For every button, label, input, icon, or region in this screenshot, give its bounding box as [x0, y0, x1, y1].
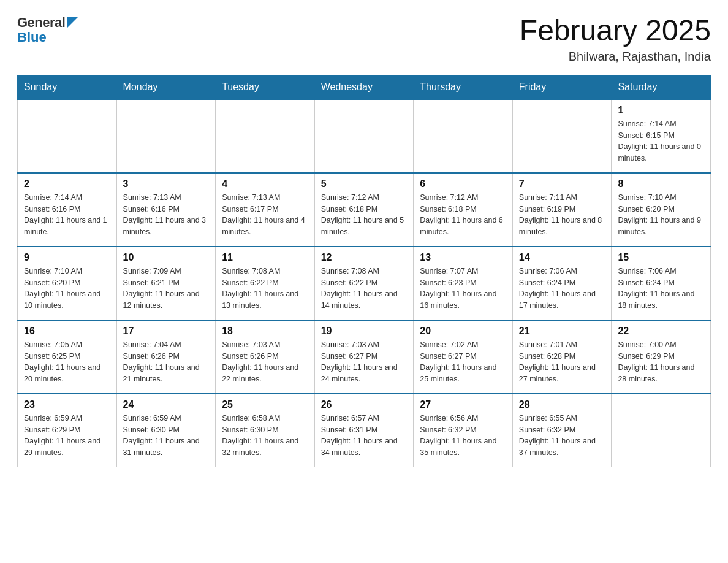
day-number: 13: [420, 252, 506, 263]
day-number: 22: [618, 326, 704, 337]
day-info: Sunrise: 7:06 AMSunset: 6:24 PMDaylight:…: [618, 266, 704, 312]
calendar-cell: 27Sunrise: 6:56 AMSunset: 6:32 PMDayligh…: [414, 394, 513, 467]
calendar-cell: 6Sunrise: 7:12 AMSunset: 6:18 PMDaylight…: [414, 173, 513, 247]
header-monday: Monday: [116, 75, 216, 99]
day-number: 26: [321, 399, 408, 410]
calendar-cell: [512, 99, 612, 173]
logo: General Blue: [17, 15, 78, 45]
day-number: 7: [519, 178, 605, 190]
calendar-cell: 16Sunrise: 7:05 AMSunset: 6:25 PMDayligh…: [18, 320, 117, 394]
day-info: Sunrise: 7:13 AMSunset: 6:17 PMDaylight:…: [222, 192, 308, 238]
day-number: 16: [24, 326, 110, 337]
day-info: Sunrise: 7:08 AMSunset: 6:22 PMDaylight:…: [222, 266, 308, 312]
calendar-cell: 19Sunrise: 7:03 AMSunset: 6:27 PMDayligh…: [314, 320, 414, 394]
day-number: 24: [123, 399, 210, 410]
day-info: Sunrise: 6:59 AMSunset: 6:30 PMDaylight:…: [123, 413, 210, 459]
calendar-cell: 25Sunrise: 6:58 AMSunset: 6:30 PMDayligh…: [216, 394, 315, 467]
calendar-cell: 18Sunrise: 7:03 AMSunset: 6:26 PMDayligh…: [216, 320, 315, 394]
day-info: Sunrise: 6:56 AMSunset: 6:32 PMDaylight:…: [420, 413, 506, 459]
day-info: Sunrise: 7:11 AMSunset: 6:19 PMDaylight:…: [519, 192, 605, 238]
day-info: Sunrise: 6:57 AMSunset: 6:31 PMDaylight:…: [321, 413, 408, 459]
day-number: 25: [222, 399, 308, 410]
day-info: Sunrise: 6:58 AMSunset: 6:30 PMDaylight:…: [222, 413, 308, 459]
day-info: Sunrise: 7:10 AMSunset: 6:20 PMDaylight:…: [618, 192, 704, 238]
title-block: February 2025 Bhilwara, Rajasthan, India: [520, 15, 711, 64]
header-saturday: Saturday: [612, 75, 711, 99]
day-info: Sunrise: 7:05 AMSunset: 6:25 PMDaylight:…: [24, 339, 110, 385]
day-info: Sunrise: 7:00 AMSunset: 6:29 PMDaylight:…: [618, 339, 704, 385]
calendar-cell: 22Sunrise: 7:00 AMSunset: 6:29 PMDayligh…: [612, 320, 711, 394]
day-info: Sunrise: 7:03 AMSunset: 6:27 PMDaylight:…: [321, 339, 408, 385]
calendar-cell: 10Sunrise: 7:09 AMSunset: 6:21 PMDayligh…: [116, 247, 216, 320]
day-info: Sunrise: 7:12 AMSunset: 6:18 PMDaylight:…: [420, 192, 506, 238]
day-info: Sunrise: 7:10 AMSunset: 6:20 PMDaylight:…: [24, 266, 110, 312]
calendar-cell: [314, 99, 414, 173]
calendar-cell: [414, 99, 513, 173]
calendar-table: SundayMondayTuesdayWednesdayThursdayFrid…: [17, 75, 711, 468]
day-number: 2: [24, 178, 110, 190]
day-number: 5: [321, 178, 408, 190]
calendar-cell: 26Sunrise: 6:57 AMSunset: 6:31 PMDayligh…: [314, 394, 414, 467]
day-info: Sunrise: 7:06 AMSunset: 6:24 PMDaylight:…: [519, 266, 605, 312]
day-number: 14: [519, 252, 605, 263]
header-friday: Friday: [512, 75, 612, 99]
calendar-cell: 4Sunrise: 7:13 AMSunset: 6:17 PMDaylight…: [216, 173, 315, 247]
day-number: 18: [222, 326, 308, 337]
calendar-cell: 2Sunrise: 7:14 AMSunset: 6:16 PMDaylight…: [18, 173, 117, 247]
day-number: 21: [519, 326, 605, 337]
calendar-cell: [612, 394, 711, 467]
week-row-3: 16Sunrise: 7:05 AMSunset: 6:25 PMDayligh…: [18, 320, 711, 394]
day-info: Sunrise: 7:14 AMSunset: 6:16 PMDaylight:…: [24, 192, 110, 238]
calendar-cell: 11Sunrise: 7:08 AMSunset: 6:22 PMDayligh…: [216, 247, 315, 320]
calendar-header-row: SundayMondayTuesdayWednesdayThursdayFrid…: [18, 75, 711, 99]
day-number: 17: [123, 326, 210, 337]
location-title: Bhilwara, Rajasthan, India: [520, 50, 711, 64]
day-info: Sunrise: 7:07 AMSunset: 6:23 PMDaylight:…: [420, 266, 506, 312]
month-title: February 2025: [520, 15, 711, 47]
calendar-cell: 23Sunrise: 6:59 AMSunset: 6:29 PMDayligh…: [18, 394, 117, 467]
week-row-0: 1Sunrise: 7:14 AMSunset: 6:15 PMDaylight…: [18, 99, 711, 173]
day-info: Sunrise: 6:59 AMSunset: 6:29 PMDaylight:…: [24, 413, 110, 459]
header-wednesday: Wednesday: [314, 75, 414, 99]
logo-general-text: General: [17, 15, 65, 31]
day-info: Sunrise: 7:04 AMSunset: 6:26 PMDaylight:…: [123, 339, 210, 385]
calendar-cell: 9Sunrise: 7:10 AMSunset: 6:20 PMDaylight…: [18, 247, 117, 320]
calendar-cell: 13Sunrise: 7:07 AMSunset: 6:23 PMDayligh…: [414, 247, 513, 320]
week-row-2: 9Sunrise: 7:10 AMSunset: 6:20 PMDaylight…: [18, 247, 711, 320]
day-info: Sunrise: 6:55 AMSunset: 6:32 PMDaylight:…: [519, 413, 605, 459]
day-number: 9: [24, 252, 110, 263]
day-info: Sunrise: 7:12 AMSunset: 6:18 PMDaylight:…: [321, 192, 408, 238]
svg-marker-0: [67, 17, 78, 28]
week-row-1: 2Sunrise: 7:14 AMSunset: 6:16 PMDaylight…: [18, 173, 711, 247]
day-info: Sunrise: 7:13 AMSunset: 6:16 PMDaylight:…: [123, 192, 210, 238]
calendar-cell: 28Sunrise: 6:55 AMSunset: 6:32 PMDayligh…: [512, 394, 612, 467]
header-sunday: Sunday: [18, 75, 117, 99]
day-number: 8: [618, 178, 704, 190]
calendar-cell: [18, 99, 117, 173]
calendar-cell: 8Sunrise: 7:10 AMSunset: 6:20 PMDaylight…: [612, 173, 711, 247]
day-number: 27: [420, 399, 506, 410]
day-number: 19: [321, 326, 408, 337]
day-number: 6: [420, 178, 506, 190]
day-info: Sunrise: 7:08 AMSunset: 6:22 PMDaylight:…: [321, 266, 408, 312]
calendar-cell: 15Sunrise: 7:06 AMSunset: 6:24 PMDayligh…: [612, 247, 711, 320]
day-number: 4: [222, 178, 308, 190]
calendar-cell: [116, 99, 216, 173]
calendar-cell: 24Sunrise: 6:59 AMSunset: 6:30 PMDayligh…: [116, 394, 216, 467]
calendar-cell: 21Sunrise: 7:01 AMSunset: 6:28 PMDayligh…: [512, 320, 612, 394]
day-number: 3: [123, 178, 210, 190]
day-number: 11: [222, 252, 308, 263]
day-info: Sunrise: 7:09 AMSunset: 6:21 PMDaylight:…: [123, 266, 210, 312]
day-number: 23: [24, 399, 110, 410]
calendar-cell: 17Sunrise: 7:04 AMSunset: 6:26 PMDayligh…: [116, 320, 216, 394]
page-header: General Blue February 2025 Bhilwara, Raj…: [17, 15, 711, 64]
calendar-cell: 14Sunrise: 7:06 AMSunset: 6:24 PMDayligh…: [512, 247, 612, 320]
header-thursday: Thursday: [414, 75, 513, 99]
logo-blue-text: Blue: [17, 29, 47, 45]
logo-arrow-icon: [67, 17, 78, 28]
day-number: 1: [618, 105, 704, 116]
day-number: 20: [420, 326, 506, 337]
calendar-cell: 5Sunrise: 7:12 AMSunset: 6:18 PMDaylight…: [314, 173, 414, 247]
day-info: Sunrise: 7:02 AMSunset: 6:27 PMDaylight:…: [420, 339, 506, 385]
calendar-cell: 12Sunrise: 7:08 AMSunset: 6:22 PMDayligh…: [314, 247, 414, 320]
